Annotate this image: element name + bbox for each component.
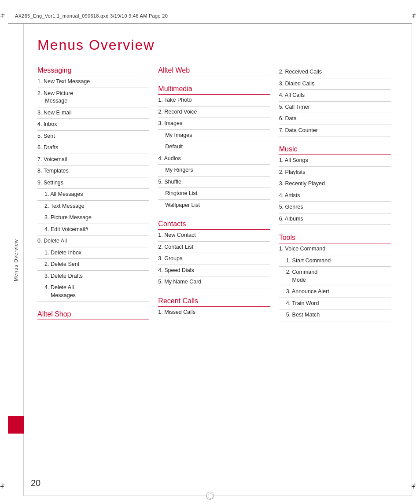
item-train-word: 4. Train Word	[279, 298, 391, 310]
item-templates: 8. Templates	[37, 166, 149, 177]
item-all-messages: 1. All Messages	[37, 189, 149, 201]
heading-recent-calls: Recent Calls	[158, 297, 270, 307]
gap-4	[158, 288, 270, 297]
item-artists: 4. Artists	[279, 190, 391, 202]
item-all-songs: 1. All Songs	[279, 155, 391, 167]
heading-multimedia: Multimedia	[158, 85, 270, 95]
content-area: Menus Overview Messaging 1. New Text Mes…	[24, 24, 404, 473]
item-command-mode: 2. Command Mode	[279, 267, 391, 286]
item-delete-inbox: 1. Delete Inbox	[37, 247, 149, 259]
columns-wrapper: Messaging 1. New Text Message 2. New Pic…	[37, 66, 391, 321]
item-call-timer: 5. Call Timer	[279, 102, 391, 114]
item-my-images: My Images	[158, 130, 270, 142]
item-groups: 3. Groups	[158, 253, 270, 265]
item-drafts: 6. Drafts	[37, 142, 149, 154]
sidebar-red-block	[8, 416, 24, 434]
gap-6	[279, 225, 391, 234]
item-data: 6. Data	[279, 113, 391, 125]
item-new-text-message: 1. New Text Message	[37, 76, 149, 88]
heading-alltel-web: Alltel Web	[158, 66, 270, 76]
heading-music: Music	[279, 145, 391, 155]
right-border	[412, 24, 412, 496]
item-take-photo: 1. Take Photo	[158, 95, 270, 107]
column-2: Alltel Web Multimedia 1. Take Photo 2. R…	[158, 66, 279, 321]
heading-messaging: Messaging	[37, 66, 149, 76]
item-received-calls: 2. Received Calls	[279, 66, 391, 78]
page-number: 20	[31, 478, 41, 488]
item-inbox: 4. Inbox	[37, 119, 149, 131]
item-missed-calls: 1. Missed Calls	[158, 307, 270, 319]
reg-mark-tl: +	[0, 12, 9, 21]
column-1: Messaging 1. New Text Message 2. New Pic…	[37, 66, 158, 321]
sidebar-label-text: Menus Overview	[13, 239, 18, 281]
item-my-name-card: 5. My Name Card	[158, 276, 270, 288]
bottom-circle-inner	[208, 493, 213, 499]
page-title: Menus Overview	[37, 37, 391, 53]
reg-mark-tr: +	[411, 12, 420, 21]
item-delete-sent: 2. Delete Sent	[37, 259, 149, 271]
gap-5	[279, 136, 391, 145]
item-delete-all: 0. Delete All	[37, 235, 149, 247]
reg-mark-br: +	[411, 483, 420, 492]
item-wallpaper-list: Wallpaper List	[158, 200, 270, 212]
heading-tools: Tools	[279, 234, 391, 243]
bottom-circle-decoration	[206, 492, 214, 500]
column-3: 2. Received Calls 3. Dialed Calls 4. All…	[279, 66, 391, 321]
item-images: 3. Images	[158, 118, 270, 130]
item-sent: 5. Sent	[37, 131, 149, 143]
item-all-calls: 4. All Calls	[279, 90, 391, 102]
item-my-ringers: My Ringers	[158, 165, 270, 177]
item-data-counter: 7. Data Counter	[279, 125, 391, 137]
item-text-message: 2. Text Message	[37, 201, 149, 213]
heading-contacts: Contacts	[158, 220, 270, 230]
item-dialed-calls: 3. Dialed Calls	[279, 78, 391, 90]
reg-mark-bl: +	[0, 483, 9, 492]
item-albums: 6. Albums	[279, 213, 391, 225]
item-voicemail: 7. Voicemail	[37, 154, 149, 166]
item-delete-drafts: 3. Delete Drafts	[37, 271, 149, 283]
heading-alltel-shop: Alltel Shop	[37, 310, 149, 320]
item-ringtone-list: Ringtone List	[158, 188, 270, 200]
item-default: Default	[158, 141, 270, 153]
item-new-picture-message: 2. New Picture Message	[37, 88, 149, 107]
item-recently-played: 3. Recently Played	[279, 178, 391, 190]
item-picture-message: 3. Picture Message	[37, 212, 149, 224]
item-announce-alert: 3. Announce Alert	[279, 286, 391, 298]
item-audios: 4. Audios	[158, 153, 270, 165]
item-shuffle: 5. Shuffle	[158, 177, 270, 188]
gap-3	[158, 211, 270, 220]
item-start-command: 1. Start Command	[279, 255, 391, 267]
item-delete-all-messages: 4. Delete All Messages	[37, 282, 149, 302]
item-new-contact: 1. New Contact	[158, 230, 270, 242]
gap-1	[37, 302, 149, 310]
item-best-match: 5. Best Match	[279, 309, 391, 321]
header-bar: AX265_Eng_Ver1.1_manual_090618.qxd 3/19/…	[8, 8, 412, 24]
item-playlists: 2. Playlists	[279, 167, 391, 179]
item-edit-voicemail: 4. Edit Voicemail#	[37, 224, 149, 236]
item-new-email: 3. New E-mail	[37, 107, 149, 119]
item-record-voice: 2. Record Voice	[158, 107, 270, 118]
header-text: AX265_Eng_Ver1.1_manual_090618.qxd 3/19/…	[15, 13, 168, 18]
item-contact-list: 2. Contact List	[158, 242, 270, 254]
item-speed-dials: 4. Speed Dials	[158, 265, 270, 277]
item-voice-command: 1. Voice Command	[279, 243, 391, 255]
item-settings: 9. Settings	[37, 177, 149, 189]
item-genres: 5. Genres	[279, 202, 391, 213]
gap-2	[158, 76, 270, 85]
